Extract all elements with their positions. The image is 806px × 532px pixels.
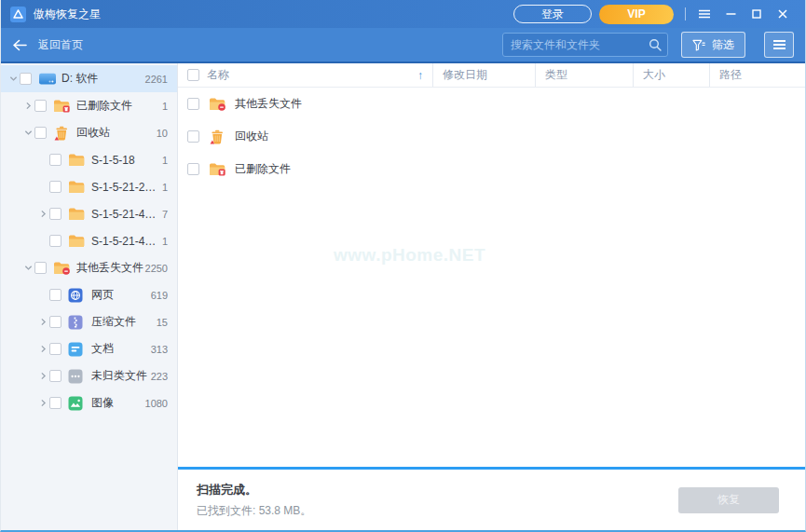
tree-item-checkbox[interactable] [49,397,61,409]
table-row[interactable]: 回收站 [178,120,805,153]
tree-item[interactable]: D: 软件2261 [1,65,177,92]
chevron-right-icon[interactable] [36,372,49,380]
select-all-checkbox[interactable] [187,69,199,81]
back-arrow-icon [12,39,27,51]
tree-item-checkbox[interactable] [49,316,61,328]
tree-item[interactable]: S-1-5-181 [1,146,177,173]
chevron-right-icon[interactable] [36,318,49,326]
row-checkbox[interactable] [187,98,199,110]
tree-item-count: 1 [162,155,177,166]
row-checkbox[interactable] [187,130,199,143]
status-bar: 扫描完成。 已找到文件: 53.8 MB。 恢复 [178,470,805,530]
chevron-down-icon[interactable] [21,264,34,272]
tree-item[interactable]: S-1-5-21-22611...1 [1,173,177,200]
minimize-button[interactable] [717,4,744,24]
tree-item-count: 223 [151,371,177,382]
recycle-bin-icon [53,126,72,141]
column-header-size[interactable]: 大小 [633,63,709,87]
login-button[interactable]: 登录 [513,5,592,23]
close-button[interactable] [770,4,796,24]
tree-item[interactable]: 未归类文件223 [1,362,177,389]
titlebar-separator [685,7,686,20]
tree-item-checkbox[interactable] [49,235,61,247]
sort-ascending-icon[interactable]: ↑ [417,69,423,82]
deleted-folder-icon [209,162,227,177]
tree-item-checkbox[interactable] [49,289,61,301]
image-icon [68,396,87,411]
tree-item-checkbox[interactable] [34,127,47,139]
file-name: 其他丢失文件 [235,96,302,112]
tree-item-label: 文档 [91,341,114,357]
tree-item-checkbox[interactable] [34,100,47,112]
tree-item-count: 619 [151,290,177,301]
document-icon [68,342,87,357]
maximize-button[interactable] [744,4,770,24]
tree-item-checkbox[interactable] [49,181,61,193]
back-button[interactable]: 返回首页 [12,37,83,53]
recover-button[interactable]: 恢复 [678,487,779,513]
tree-item[interactable]: 文档313 [1,335,177,362]
filter-button[interactable]: 筛选 [681,32,745,58]
view-menu-button[interactable] [764,32,794,58]
table-row[interactable]: 已删除文件 [178,153,805,185]
tree-item-checkbox[interactable] [49,370,61,382]
tree-item-count: 1 [162,236,177,247]
tree-item[interactable]: 已删除文件1 [1,92,177,119]
lost-folder-icon [209,97,227,112]
chevron-right-icon[interactable] [36,210,49,218]
column-header-label: 名称 [207,67,229,83]
watermark: www.pHome.NET [334,245,485,266]
titlebar: 傲梅恢复之星 登录 VIP [1,0,805,28]
tree-item-checkbox[interactable] [49,343,61,355]
tree-item-count: 1 [162,182,177,193]
archive-icon [68,315,87,330]
tree-item[interactable]: S-1-5-21-48438...1 [1,227,177,254]
chevron-down-icon[interactable] [21,129,34,137]
tree-item-label: S-1-5-21-48438... [91,235,162,248]
tree-item-label: 未归类文件 [91,368,147,384]
tree-item-count: 1 [162,101,177,112]
chevron-down-icon[interactable] [7,75,20,83]
tree-item[interactable]: 网页619 [1,281,177,308]
tree-item-count: 1080 [145,398,177,409]
content-area: D: 软件2261已删除文件1回收站10S-1-5-181S-1-5-21-22… [1,63,805,530]
tree-item-checkbox[interactable] [20,73,32,85]
search-icon[interactable] [649,38,662,51]
tree-item[interactable]: 回收站10 [1,119,177,146]
folder-icon [68,180,87,195]
tree-item-count: 7 [162,209,177,220]
column-header-path[interactable]: 路径 [709,63,805,87]
tree-item-count: 2250 [145,263,177,274]
tree-item-label: 已删除文件 [76,98,132,114]
drive-icon [38,72,57,86]
app-window: 傲梅恢复之星 登录 VIP 返回首页 [0,0,806,532]
tree-item-label: S-1-5-21-40292... [91,208,162,221]
recycle-bin-icon [209,130,227,144]
search-input[interactable] [502,33,668,57]
tree-item[interactable]: 图像1080 [1,389,177,416]
chevron-right-icon[interactable] [36,345,49,353]
column-header-type[interactable]: 类型 [535,63,633,87]
column-header-name[interactable]: 名称↑ [178,63,432,87]
tree-item-label: 图像 [91,395,114,411]
folder-icon [68,234,87,249]
row-checkbox[interactable] [187,163,199,175]
tree-item-count: 10 [157,128,177,139]
tree-item-label: 其他丢失文件 [76,260,143,276]
table-row[interactable]: 其他丢失文件 [178,88,805,120]
web-icon [68,288,87,303]
tree-item-checkbox[interactable] [49,154,61,166]
tree-item-checkbox[interactable] [34,262,47,274]
menu-button[interactable] [691,4,717,24]
tree-item[interactable]: 其他丢失文件2250 [1,254,177,281]
column-header-label: 修改日期 [443,67,487,83]
tree-item-checkbox[interactable] [49,208,61,220]
tree-item[interactable]: 压缩文件15 [1,308,177,335]
chevron-right-icon[interactable] [36,399,49,407]
vip-button[interactable]: VIP [599,5,674,24]
chevron-right-icon[interactable] [21,102,34,110]
column-header-date[interactable]: 修改日期 [432,63,535,87]
tree-item[interactable]: S-1-5-21-40292...7 [1,200,177,227]
tree-item-label: 压缩文件 [91,314,136,330]
tree-item-label: 回收站 [76,125,110,141]
